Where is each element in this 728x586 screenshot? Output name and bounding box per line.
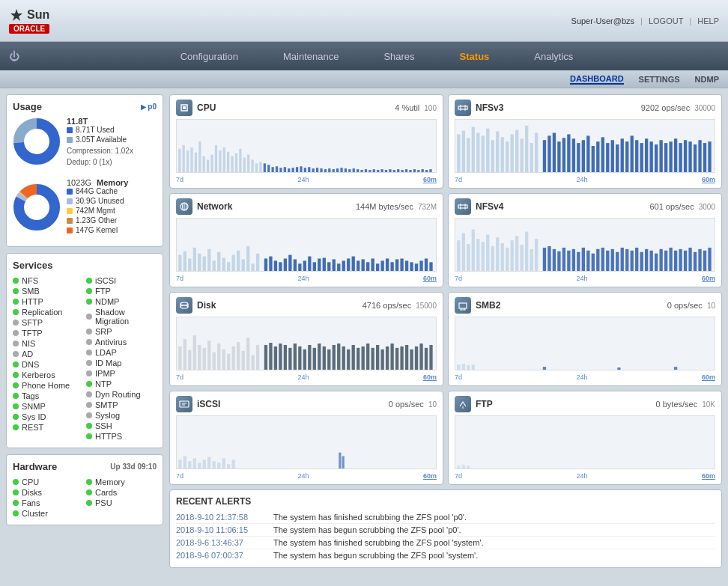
svg-rect-57 — [357, 169, 359, 172]
iscsi-60m[interactable]: 60m — [423, 472, 437, 480]
smb2-7d[interactable]: 7d — [455, 373, 462, 381]
svc-smtp[interactable]: SMTP — [86, 400, 157, 410]
svc-antivirus[interactable]: Antivirus — [86, 337, 157, 347]
nfsv4-60m[interactable]: 60m — [702, 275, 715, 282]
svc-ftp[interactable]: FTP — [86, 286, 157, 296]
svg-rect-94 — [525, 126, 528, 172]
svc-srp[interactable]: SRP — [86, 326, 157, 337]
subnav-ndmp[interactable]: NDMP — [695, 75, 719, 84]
logout-link[interactable]: LOGOUT — [649, 16, 683, 25]
nfsv4-24h[interactable]: 24h — [576, 275, 587, 282]
smb2-60m[interactable]: 60m — [702, 373, 715, 381]
svc-ndmp[interactable]: NDMP — [86, 296, 157, 307]
iscsi-24h[interactable]: 24h — [297, 472, 309, 480]
hw-cpu[interactable]: CPU — [13, 477, 83, 487]
svg-rect-45 — [308, 167, 310, 172]
svc-shadow[interactable]: Shadow Migration — [86, 307, 157, 326]
network-24h[interactable]: 24h — [297, 275, 309, 282]
svc-https[interactable]: HTTPS — [86, 431, 157, 442]
cpu-max: 100 — [424, 104, 437, 112]
svg-rect-276 — [313, 348, 316, 370]
svg-rect-87 — [491, 140, 494, 172]
svg-rect-14 — [183, 145, 185, 172]
nfsv4-7d[interactable]: 7d — [455, 275, 462, 282]
svc-tftp[interactable]: TFTP — [13, 328, 83, 338]
ftp-7d[interactable]: 7d — [455, 472, 462, 480]
svg-rect-274 — [303, 350, 306, 370]
nav-configuration[interactable]: Configuration — [158, 45, 261, 68]
cpu-7d[interactable]: 7d — [176, 176, 183, 183]
disk-24h[interactable]: 24h — [297, 373, 309, 381]
svg-rect-239 — [688, 248, 691, 271]
ftp-60m[interactable]: 60m — [702, 472, 715, 480]
svc-ipmp[interactable]: IPMP — [86, 368, 157, 379]
network-7d[interactable]: 7d — [176, 275, 183, 282]
svg-rect-252 — [193, 335, 196, 370]
cpu-60m[interactable]: 60m — [423, 176, 437, 183]
nav-status[interactable]: Status — [437, 45, 512, 68]
svg-rect-44 — [304, 168, 306, 172]
cpu-24h[interactable]: 24h — [297, 176, 309, 183]
power-icon[interactable]: ⏻ — [9, 50, 19, 62]
svc-syslog[interactable]: Syslog — [86, 410, 157, 421]
svc-rest[interactable]: REST — [13, 422, 83, 433]
nfsv3-7d[interactable]: 7d — [455, 176, 462, 183]
svc-iscsi[interactable]: iSCSI — [86, 275, 157, 286]
svg-rect-69 — [405, 169, 407, 172]
hw-cluster[interactable]: Cluster — [13, 508, 83, 519]
nfsv4-icon — [455, 198, 471, 215]
svg-rect-334 — [462, 465, 465, 469]
svg-rect-59 — [365, 169, 367, 172]
hw-disks[interactable]: Disks — [13, 487, 83, 498]
svc-ldap[interactable]: LDAP — [86, 347, 157, 358]
svg-point-247 — [181, 302, 188, 305]
svc-snmp[interactable]: SNMP — [13, 401, 83, 412]
svc-replication[interactable]: Replication — [13, 307, 83, 317]
svg-rect-193 — [462, 233, 465, 271]
svc-ssh[interactable]: SSH — [86, 421, 157, 431]
svc-sysid[interactable]: Sys ID — [13, 412, 83, 422]
svg-rect-240 — [694, 252, 697, 271]
hardware-grid: CPU Disks Fans Cluster Memory Cards PSU — [13, 477, 157, 519]
svc-dns[interactable]: DNS — [13, 359, 83, 370]
iscsi-7d[interactable]: 7d — [176, 472, 183, 480]
svc-nfs[interactable]: NFS — [13, 275, 83, 286]
svc-http[interactable]: HTTP — [13, 296, 83, 307]
iscsi-timeline: 7d 24h 60m — [176, 472, 437, 480]
svg-rect-157 — [284, 258, 287, 271]
hw-cards[interactable]: Cards — [86, 487, 157, 498]
disk-7d[interactable]: 7d — [176, 373, 183, 381]
svc-kerberos[interactable]: Kerberos — [13, 370, 83, 380]
svg-rect-285 — [357, 348, 360, 370]
svc-sftp[interactable]: SFTP — [13, 317, 83, 328]
nfsv3-24h[interactable]: 24h — [576, 176, 587, 183]
help-link[interactable]: HELP — [697, 16, 719, 25]
svg-rect-129 — [698, 140, 701, 172]
subnav-settings[interactable]: SETTINGS — [639, 75, 680, 84]
svc-nis[interactable]: NIS — [13, 338, 83, 349]
ftp-24h[interactable]: 24h — [576, 472, 587, 480]
hw-fans[interactable]: Fans — [13, 498, 83, 508]
svg-rect-324 — [213, 461, 216, 469]
network-60m[interactable]: 60m — [423, 275, 437, 282]
nav-maintenance[interactable]: Maintenance — [261, 45, 361, 68]
nfsv3-60m[interactable]: 60m — [702, 176, 715, 183]
svc-tags[interactable]: Tags — [13, 391, 83, 401]
svg-rect-127 — [688, 141, 691, 172]
svg-rect-72 — [417, 170, 419, 172]
svc-phonehome[interactable]: Phone Home — [13, 380, 83, 391]
svc-dynrouting[interactable]: Dyn Routing — [86, 389, 157, 400]
hw-psu[interactable]: PSU — [86, 498, 157, 508]
svc-ad[interactable]: AD — [13, 349, 83, 359]
nav-shares[interactable]: Shares — [361, 45, 437, 68]
svc-smb[interactable]: SMB — [13, 286, 83, 296]
svc-ntp[interactable]: NTP — [86, 379, 157, 389]
disk-60m[interactable]: 60m — [423, 373, 437, 381]
nav-bar: ⏻ Configuration Maintenance Shares Statu… — [0, 42, 728, 70]
nfsv3-timeline: 7d 24h 60m — [455, 176, 715, 183]
smb2-24h[interactable]: 24h — [576, 373, 587, 381]
svc-idmap[interactable]: ID Map — [86, 358, 157, 368]
nav-analytics[interactable]: Analytics — [512, 45, 595, 68]
subnav-dashboard[interactable]: DASHBOARD — [570, 74, 624, 85]
hw-memory[interactable]: Memory — [86, 477, 157, 487]
